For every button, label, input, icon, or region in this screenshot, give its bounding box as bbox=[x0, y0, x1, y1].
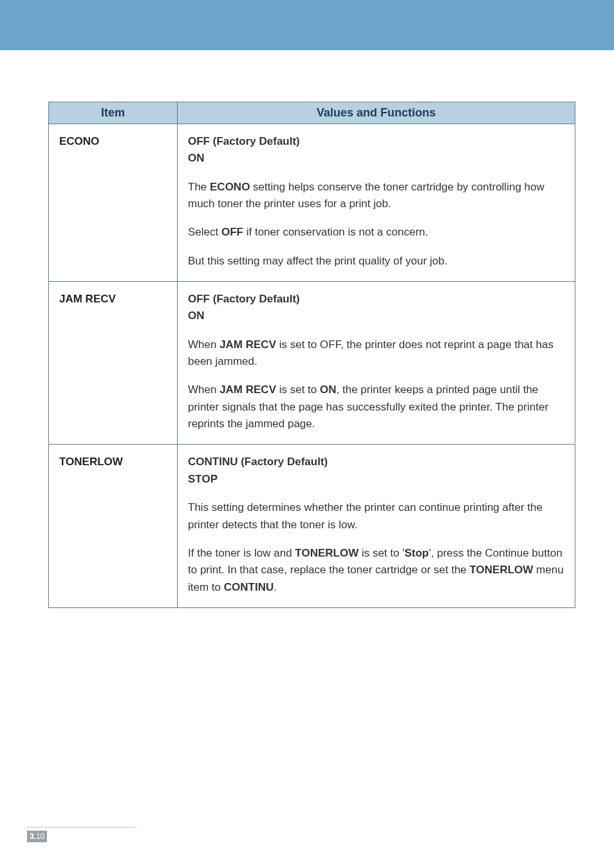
table-body: ECONOOFF (Factory Default)ONThe ECONO se… bbox=[49, 124, 575, 608]
paragraph: When JAM RECV is set to OFF, the printer… bbox=[188, 337, 564, 371]
row-values: OFF (Factory Default)ONWhen JAM RECV is … bbox=[178, 282, 575, 445]
settings-table: Item Values and Functions ECONOOFF (Fact… bbox=[48, 102, 575, 608]
paragraph: If the toner is low and TONERLOW is set … bbox=[188, 545, 564, 596]
table-row: TONERLOWCONTINU (Factory Default)STOPThi… bbox=[49, 445, 575, 607]
page-content: Item Values and Functions ECONOOFF (Fact… bbox=[0, 50, 614, 608]
header-item: Item bbox=[49, 102, 178, 124]
row-values: CONTINU (Factory Default)STOPThis settin… bbox=[178, 445, 575, 607]
row-label: ECONO bbox=[49, 124, 178, 282]
paragraph: OFF (Factory Default)ON bbox=[188, 291, 564, 325]
row-label: JAM RECV bbox=[49, 282, 178, 445]
paragraph: This setting determines whether the prin… bbox=[188, 499, 564, 533]
paragraph: OFF (Factory Default)ON bbox=[188, 133, 564, 167]
paragraph: The ECONO setting helps conserve the ton… bbox=[188, 179, 564, 213]
row-label: TONERLOW bbox=[49, 445, 178, 607]
paragraph: When JAM RECV is set to ON, the printer … bbox=[188, 382, 564, 432]
header-values: Values and Functions bbox=[178, 102, 575, 124]
row-values: OFF (Factory Default)ONThe ECONO setting… bbox=[178, 124, 575, 282]
page-footer: 3.10 bbox=[27, 827, 136, 842]
table-row: ECONOOFF (Factory Default)ONThe ECONO se… bbox=[49, 124, 575, 282]
paragraph: CONTINU (Factory Default)STOP bbox=[188, 454, 564, 488]
page-number: 3.10 bbox=[27, 831, 47, 842]
footer-rule bbox=[27, 827, 136, 827]
top-banner bbox=[0, 0, 614, 50]
table-row: JAM RECVOFF (Factory Default)ONWhen JAM … bbox=[49, 282, 575, 445]
paragraph: Select OFF if toner conservation is not … bbox=[188, 224, 564, 241]
paragraph: But this setting may affect the print qu… bbox=[188, 253, 564, 270]
